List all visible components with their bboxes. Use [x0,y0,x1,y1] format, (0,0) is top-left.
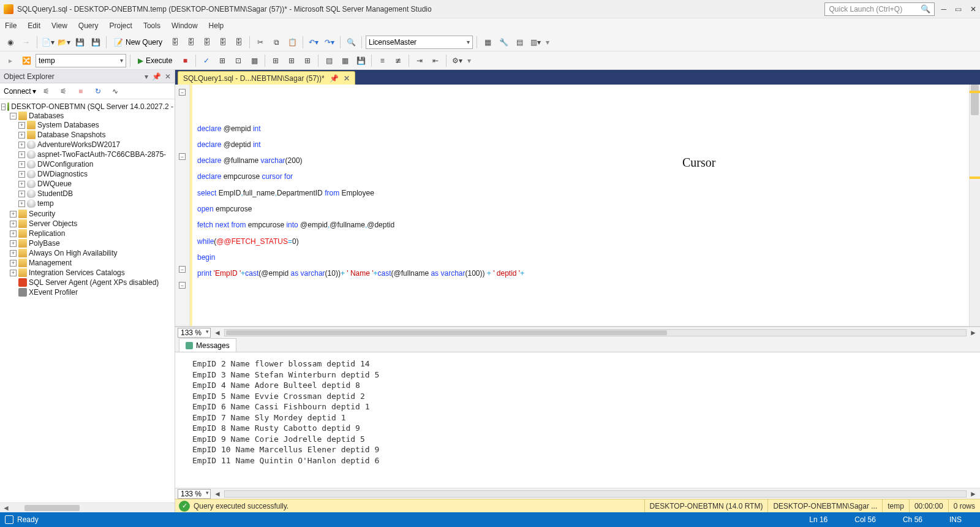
disconnect-icon[interactable]: ⚟ [40,85,53,98]
nav-back-button[interactable]: ◉ [4,36,17,49]
scroll-right-icon[interactable]: ► [969,328,978,337]
messages-output[interactable]: EmpID 2 Name flower blossam deptid 14 Em… [175,352,980,488]
tree-item[interactable]: XEvent Profiler [29,288,78,297]
expand-icon[interactable]: + [10,240,17,247]
results-grid-icon[interactable]: ▦ [338,54,352,67]
save-button[interactable]: 💾 [73,36,86,49]
nav-fwd-button[interactable]: → [20,36,33,49]
menu-help[interactable]: Help [209,21,224,30]
tree-item[interactable]: StudentDB [37,189,73,198]
filter-icon[interactable]: ∿ [108,85,122,98]
scroll-left-icon[interactable]: ◄ [213,328,222,337]
query-options-icon[interactable]: ⊡ [232,54,245,67]
expand-icon[interactable]: + [10,260,17,267]
expand-icon[interactable]: + [10,250,17,257]
change-conn-icon[interactable]: 🔀 [20,54,33,67]
menu-window[interactable]: Window [172,21,198,30]
zoom-selector[interactable]: 133 % [178,489,211,499]
scroll-left-icon[interactable]: ◄ [213,490,222,498]
connect-button[interactable]: Connect▾ [4,87,36,96]
new-project-button[interactable]: 📄▾ [41,36,55,49]
expand-icon[interactable]: + [18,142,25,148]
xmla-query-icon[interactable]: 🗄 [232,36,246,49]
tree-item[interactable]: DWConfiguration [37,160,93,169]
expand-icon[interactable]: + [10,230,17,237]
redo-button[interactable]: ↷▾ [323,36,336,49]
expand-icon[interactable]: + [18,200,25,207]
vscroll-minimap[interactable] [969,85,980,326]
undo-button[interactable]: ↶▾ [307,36,320,49]
cut-button[interactable]: ✂ [254,36,267,49]
properties-icon[interactable]: 🔧 [497,36,510,49]
zoom-selector[interactable]: 133 % [178,328,211,338]
tree-item[interactable]: Management [29,259,72,267]
menu-view[interactable]: View [51,21,67,30]
menu-query[interactable]: Query [78,21,99,30]
tree-item[interactable]: DWQueue [37,180,72,188]
database-selector[interactable]: LicenseMaster [366,36,473,49]
intellisense-icon[interactable]: ▦ [247,54,261,67]
expand-icon[interactable]: + [18,132,25,138]
results-file-icon[interactable]: 💾 [354,54,368,67]
connect-icon[interactable]: ▸ [4,54,17,67]
open-button[interactable]: 📂▾ [57,36,70,49]
expand-icon[interactable]: + [18,122,25,129]
editor-hscroll[interactable] [224,329,967,336]
tree-item[interactable]: Integration Services Catalogs [29,268,125,277]
tree-item[interactable]: PolyBase [29,239,60,248]
menu-project[interactable]: Project [110,21,132,30]
db-engine-query-icon[interactable]: 🗄 [168,36,182,49]
include-plan-icon[interactable]: ⊞ [269,54,282,67]
panel-close-icon[interactable]: ✕ [165,72,171,81]
tree-server[interactable]: DESKTOP-ONEBTMN (SQL Server 14.0.2027.2 … [11,102,173,111]
minimize-button[interactable]: ─ [941,5,946,13]
results-text-icon[interactable]: ▤ [322,54,336,67]
refresh-icon[interactable]: ↻ [91,85,105,98]
fold-icon[interactable]: − [179,282,186,289]
stop-button[interactable]: ■ [178,54,192,67]
tree-item[interactable]: Database Snapshots [37,131,105,139]
restore-button[interactable]: ▭ [955,5,962,13]
save-all-button[interactable]: 💾 [89,36,102,49]
uncomment-icon[interactable]: ≢ [391,54,405,67]
menu-file[interactable]: File [5,21,17,30]
toolbar-overflow-icon[interactable]: ▾ [546,38,549,47]
new-query-button[interactable]: 📝New Query [110,36,166,49]
close-button[interactable]: ✕ [970,5,976,13]
comment-icon[interactable]: ≡ [375,54,389,67]
pin-icon[interactable]: 📌 [330,74,339,83]
sidebar-hscroll[interactable]: ◄ [0,502,175,512]
menu-edit[interactable]: Edit [28,21,40,30]
expand-icon[interactable]: + [10,270,17,276]
fold-icon[interactable]: − [179,89,186,96]
expand-icon[interactable]: + [18,161,25,168]
toolbar-overflow-icon[interactable]: ▾ [467,56,471,65]
tree-item[interactable]: aspnet-TwoFactAuth-7C66CBBA-2875- [37,150,166,159]
stop-icon[interactable]: ■ [74,85,88,98]
find-button[interactable]: 🔍 [344,36,358,49]
panel-dropdown-icon[interactable]: ▾ [145,72,148,81]
tree-item[interactable]: System Databases [37,121,99,129]
messages-hscroll[interactable] [224,490,967,498]
tree-item[interactable]: DWDiagnostics [37,170,88,178]
parse-button[interactable]: ✓ [200,54,213,67]
estimated-plan-icon[interactable]: ⊞ [216,54,229,67]
tree-item[interactable]: Server Objects [29,219,77,228]
messages-tab[interactable]: Messages [179,338,236,352]
tree-item[interactable]: temp [37,199,54,208]
analysis-query-icon[interactable]: 🗄 [184,36,198,49]
dmx-query-icon[interactable]: 🗄 [216,36,230,49]
expand-icon[interactable]: + [10,221,17,227]
expand-icon[interactable]: + [18,171,25,178]
copy-button[interactable]: ⧉ [270,36,283,49]
mdx-query-icon[interactable]: 🗄 [200,36,214,49]
collapse-icon[interactable]: − [1,104,6,110]
registered-servers-icon[interactable]: ▦ [481,36,494,49]
expand-icon[interactable]: + [10,211,17,218]
expand-icon[interactable]: + [18,181,25,188]
code-editor[interactable]: − − − − declare @empid intdeclare @depti… [175,85,980,327]
fold-icon[interactable]: − [179,266,186,273]
tree-item[interactable]: SQL Server Agent (Agent XPs disabled) [29,278,159,287]
indent-icon[interactable]: ⇥ [413,54,426,67]
fold-icon[interactable]: − [179,153,186,160]
